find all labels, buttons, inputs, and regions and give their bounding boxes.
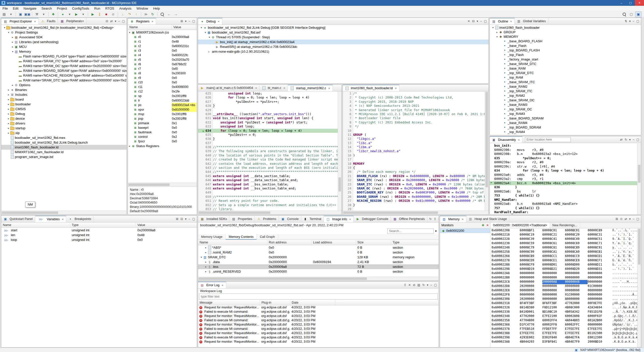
hex-cell[interactable]: F8D12100 [542, 306, 565, 310]
register-row[interactable]: ▦lr0x600023dd [128, 98, 197, 103]
line-number[interactable]: 28 [343, 203, 353, 207]
disassembly-label[interactable]: HardFault_Handler: [490, 210, 637, 214]
maximize-icon[interactable]: ▢ [434, 283, 437, 287]
register-row[interactable]: ▦sp0x2001fff8 [128, 94, 197, 98]
line-number[interactable]: 2 [343, 95, 353, 100]
tree-item[interactable]: ▸Debug [1, 111, 127, 116]
hex-cell[interactable]: 4293E002 [520, 336, 542, 340]
save-button[interactable]: ▣ [17, 11, 24, 17]
code-line[interactable]: /* [353, 91, 485, 95]
register-value[interactable]: 0x8766cf2 [172, 62, 197, 67]
hex-row[interactable]: 0x600023A84B044293 D3FBF841 4B04E7F9 200… [490, 340, 637, 344]
hex-row[interactable]: 0x6000223860008C59 60008C61 60008C69 600… [490, 241, 637, 246]
hex-cell[interactable]: 60008C29 [565, 233, 588, 237]
tab-terminal[interactable]: ▮Terminal [301, 216, 324, 222]
code-line[interactable]: NCACHE_REGION (rwx) : ORIGIN = 0x81c0000… [353, 199, 485, 203]
close-icon[interactable]: ✕ [395, 87, 397, 90]
register-value[interactable]: 0x81000000 [172, 107, 197, 112]
build-dropdown-button[interactable]: ▾ [41, 11, 47, 17]
hex-cell[interactable]: BD10BC10 [542, 310, 565, 314]
hex-cell[interactable]: 00000000 [565, 284, 588, 289]
tree-item[interactable]: ▬RAM name='SRAM_DTC' type='RAM' address=… [1, 78, 127, 83]
column-header[interactable]: Value [136, 222, 197, 228]
maximize-icon[interactable]: ▢ [636, 217, 639, 221]
register-row[interactable]: ▦r00x200009a8 [128, 35, 197, 39]
line-number[interactable]: 23 [343, 182, 353, 186]
hex-cell[interactable]: 80000000 [565, 297, 588, 301]
line-number[interactable]: 653 [198, 207, 213, 211]
register-row[interactable]: ▦r60x8766cf2 [128, 62, 197, 67]
hex-cell[interactable]: 60002808 [565, 314, 588, 318]
register-row[interactable]: ▦psp0x2001fff8 [128, 116, 197, 121]
tree-item[interactable]: ●_top_SRAM_OC [490, 107, 641, 111]
column-header[interactable]: Type [70, 222, 136, 228]
hex-cell[interactable]: 60008C81 [542, 246, 565, 250]
tab-debugger-console[interactable]: ▶Debugger Console [354, 216, 391, 222]
disassembly-instruction[interactable]: 600023a8: b.n 0x600023a8 <NMI_Handler> [490, 202, 637, 206]
tab-disassembly[interactable]: ▣Disassembly✕ [490, 136, 522, 143]
tab-outline[interactable]: ▤Outline✕ [490, 18, 515, 24]
hex-cell[interactable]: B410D001 [520, 310, 542, 314]
tree-item[interactable]: ▸▦Associated SDK [1, 35, 127, 40]
tree-item[interactable]: ▬RAM5 name='NCACHE_REGION' type='RAM' ad… [1, 73, 127, 78]
tree-item[interactable]: ▸startup [1, 126, 127, 131]
terminate-button[interactable]: ■ [103, 11, 109, 17]
horizontal-scrollbar[interactable] [128, 183, 197, 186]
hex-cell[interactable]: 00000000 [588, 293, 610, 297]
expand-arrow-icon[interactable]: ▸ [11, 45, 14, 48]
code-line[interactable]: * Copyright (c) 2021 Embedded Access Inc… [353, 120, 485, 124]
register-row[interactable]: ▦r40x600022fc [128, 53, 197, 57]
tree-item[interactable]: ●_top_RAM3 [490, 111, 641, 116]
hex-row[interactable]: 0x60002368D1FC4770 60002FF8 60002FFC 000… [490, 323, 637, 327]
hex-cell[interactable]: 6000F02F [588, 314, 610, 318]
rendering-tab[interactable]: 0x60002200 : 0x60002200 <Traditional> [490, 222, 550, 228]
hex-cell[interactable]: 200009A8 [542, 280, 565, 284]
collapse-arrow-icon[interactable]: ▾ [204, 31, 207, 34]
register-row[interactable]: ▦pc0x600023a4 <bs [128, 103, 197, 107]
register-value[interactable]: 0x600023dd [172, 98, 197, 103]
close-icon[interactable]: ✕ [510, 20, 512, 23]
line-number[interactable]: 633 [198, 124, 213, 129]
close-icon[interactable]: ✕ [221, 284, 223, 287]
tree-item[interactable]: ▸∗Binaries [1, 87, 127, 92]
tab-console[interactable]: ▣Console [279, 216, 301, 222]
section-row[interactable]: ▸§.data0x200000000x600091942.41 KBsectio… [198, 260, 439, 264]
minimize-icon[interactable]: – [188, 217, 190, 221]
hex-row[interactable]: 0x600022E800000000 00000000 00000000 000… [490, 289, 637, 293]
tab-installed-sdks[interactable]: ▦Installed SDKs [198, 216, 230, 222]
resume-button[interactable]: ▶ [90, 11, 96, 17]
tab-problems[interactable]: ⚠Problems [255, 216, 279, 222]
tree-item[interactable]: ●_base_RAM [490, 66, 641, 71]
hex-row[interactable]: 0x600023288814B380 F8D12100 4B08C000 42A… [490, 306, 637, 310]
tab-properties[interactable]: ▤Properties [230, 216, 255, 222]
section-row[interactable]: ▸.noinit_RAM20x00 Bsection [198, 250, 439, 255]
register-row[interactable]: ▦r120x1fe [128, 89, 197, 94]
hex-cell[interactable]: 00000000 [520, 276, 542, 280]
disassembly-instruction[interactable]: 600023a4: bcc.n 0x6000239a <bss_init+4> [490, 181, 637, 185]
log-row[interactable]: Failed to execute MI command:org.eclipse… [198, 310, 439, 314]
tree-item[interactable]: ▾bootloader_sd_imxrt1062_fbd (in bootloa… [1, 25, 127, 30]
perspective-debug-button[interactable]: ▣ [635, 11, 641, 17]
code-line[interactable]: BOARD_SDRAM (rwx) : ORIGIN = 0x80000000,… [353, 195, 485, 199]
register-row[interactable]: ▦primask0x1 [128, 121, 197, 125]
column-header[interactable]: Run address [267, 240, 312, 245]
close-icon[interactable]: ✕ [151, 20, 154, 23]
register-row[interactable]: ▦r90x0 [128, 76, 197, 80]
hex-cell[interactable]: 00000000 [588, 271, 610, 276]
register-group[interactable]: ▸▦Status Registers [128, 144, 197, 148]
view-menu-icon[interactable]: ▾ [185, 217, 186, 221]
code-line[interactable]: } [213, 137, 338, 141]
hex-row[interactable]: 0x6000227860008CD9 60008CE1 60008CE9 600… [490, 259, 637, 263]
column-header[interactable]: Name [198, 240, 267, 245]
hex-cell[interactable]: 00000000 [542, 293, 565, 297]
tab-error-log[interactable]: ▤Error Log✕ [198, 282, 226, 288]
tree-item[interactable]: ▶ResetISR() at startup_mimxrt1062.c:706 … [198, 44, 488, 49]
hex-cell[interactable]: 60008C41 [542, 237, 565, 241]
menu-analysis[interactable]: Analysis [117, 6, 134, 11]
hex-cell[interactable]: 60008D11 [588, 263, 610, 267]
hex-cell[interactable]: 00000000 [588, 280, 610, 284]
line-number[interactable]: 630 [198, 112, 213, 116]
code-line[interactable]: * Generated linker script file for MIMXR… [353, 108, 485, 112]
hex-cell[interactable]: 60008C31 [588, 233, 610, 237]
line-number[interactable]: 649 [198, 190, 213, 195]
